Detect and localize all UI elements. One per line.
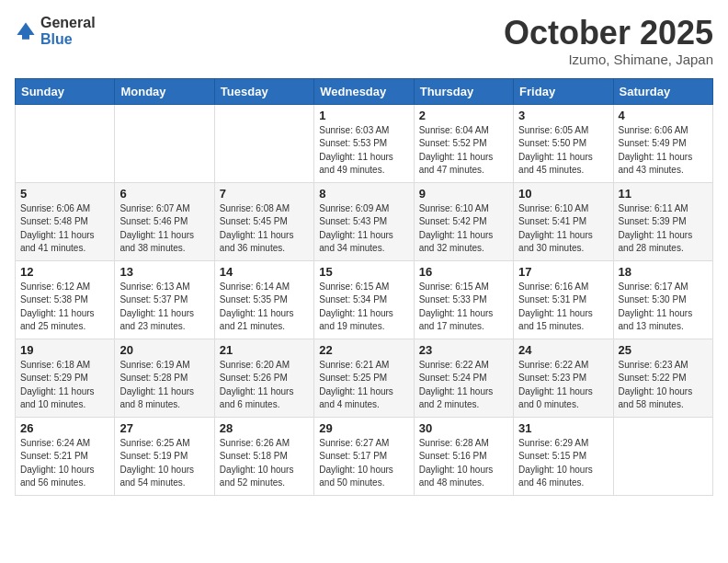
weekday-header-thursday: Thursday <box>414 78 513 104</box>
day-info: Sunrise: 6:11 AM Sunset: 5:39 PM Dayligh… <box>619 202 708 256</box>
day-number: 31 <box>518 421 608 435</box>
day-info: Sunrise: 6:24 AM Sunset: 5:21 PM Dayligh… <box>20 437 109 490</box>
page-header: General Blue October 2025 Izumo, Shimane… <box>15 15 713 67</box>
day-number: 9 <box>419 187 508 201</box>
day-info: Sunrise: 6:28 AM Sunset: 5:16 PM Dayligh… <box>419 437 508 490</box>
day-number: 15 <box>319 265 408 279</box>
day-info: Sunrise: 6:04 AM Sunset: 5:52 PM Dayligh… <box>419 124 508 178</box>
day-number: 16 <box>419 265 508 279</box>
day-number: 25 <box>619 343 708 357</box>
calendar-cell: 29Sunrise: 6:27 AM Sunset: 5:17 PM Dayli… <box>314 417 414 495</box>
day-info: Sunrise: 6:21 AM Sunset: 5:25 PM Dayligh… <box>319 359 408 412</box>
calendar-cell <box>115 104 214 182</box>
calendar-week-row: 12Sunrise: 6:12 AM Sunset: 5:38 PM Dayli… <box>16 260 713 339</box>
calendar-cell: 19Sunrise: 6:18 AM Sunset: 5:29 PM Dayli… <box>16 339 115 417</box>
day-info: Sunrise: 6:03 AM Sunset: 5:53 PM Dayligh… <box>319 124 408 178</box>
day-number: 28 <box>220 421 309 435</box>
calendar-week-row: 26Sunrise: 6:24 AM Sunset: 5:21 PM Dayli… <box>16 417 713 495</box>
calendar-cell <box>613 417 712 495</box>
calendar-cell: 3Sunrise: 6:05 AM Sunset: 5:50 PM Daylig… <box>514 104 613 182</box>
day-info: Sunrise: 6:17 AM Sunset: 5:30 PM Dayligh… <box>619 281 708 334</box>
day-info: Sunrise: 6:10 AM Sunset: 5:42 PM Dayligh… <box>419 202 508 256</box>
day-number: 2 <box>419 109 508 122</box>
day-number: 7 <box>220 187 309 201</box>
month-title: October 2025 <box>504 15 713 52</box>
day-info: Sunrise: 6:09 AM Sunset: 5:43 PM Dayligh… <box>319 202 408 256</box>
calendar-week-row: 5Sunrise: 6:06 AM Sunset: 5:48 PM Daylig… <box>16 182 713 260</box>
weekday-header-saturday: Saturday <box>613 78 712 104</box>
day-number: 22 <box>319 343 408 357</box>
day-info: Sunrise: 6:19 AM Sunset: 5:28 PM Dayligh… <box>119 359 209 412</box>
day-number: 27 <box>119 421 209 435</box>
day-number: 19 <box>20 343 109 357</box>
calendar-cell: 25Sunrise: 6:23 AM Sunset: 5:22 PM Dayli… <box>613 339 712 417</box>
calendar-cell: 28Sunrise: 6:26 AM Sunset: 5:18 PM Dayli… <box>214 417 313 495</box>
day-number: 14 <box>220 265 309 279</box>
day-info: Sunrise: 6:27 AM Sunset: 5:17 PM Dayligh… <box>319 437 408 490</box>
day-info: Sunrise: 6:25 AM Sunset: 5:19 PM Dayligh… <box>119 437 209 490</box>
day-info: Sunrise: 6:22 AM Sunset: 5:23 PM Dayligh… <box>518 359 608 412</box>
day-info: Sunrise: 6:22 AM Sunset: 5:24 PM Dayligh… <box>419 359 508 412</box>
day-number: 17 <box>518 265 608 279</box>
svg-marker-0 <box>17 22 34 35</box>
calendar-cell <box>214 104 313 182</box>
day-info: Sunrise: 6:18 AM Sunset: 5:29 PM Dayligh… <box>20 359 109 412</box>
calendar-cell: 5Sunrise: 6:06 AM Sunset: 5:48 PM Daylig… <box>16 182 115 260</box>
calendar-cell: 16Sunrise: 6:15 AM Sunset: 5:33 PM Dayli… <box>414 260 513 339</box>
calendar-cell: 17Sunrise: 6:16 AM Sunset: 5:31 PM Dayli… <box>514 260 613 339</box>
day-number: 4 <box>619 109 708 122</box>
day-info: Sunrise: 6:26 AM Sunset: 5:18 PM Dayligh… <box>220 437 309 490</box>
calendar-cell: 24Sunrise: 6:22 AM Sunset: 5:23 PM Dayli… <box>514 339 613 417</box>
day-number: 29 <box>319 421 408 435</box>
day-number: 12 <box>20 265 109 279</box>
calendar-cell: 1Sunrise: 6:03 AM Sunset: 5:53 PM Daylig… <box>314 104 414 182</box>
day-number: 10 <box>518 187 608 201</box>
day-number: 5 <box>20 187 109 201</box>
calendar-cell: 27Sunrise: 6:25 AM Sunset: 5:19 PM Dayli… <box>115 417 214 495</box>
calendar-cell: 22Sunrise: 6:21 AM Sunset: 5:25 PM Dayli… <box>314 339 414 417</box>
day-number: 21 <box>220 343 309 357</box>
calendar-cell: 20Sunrise: 6:19 AM Sunset: 5:28 PM Dayli… <box>115 339 214 417</box>
calendar-cell: 11Sunrise: 6:11 AM Sunset: 5:39 PM Dayli… <box>613 182 712 260</box>
svg-rect-1 <box>22 35 29 40</box>
logo-icon <box>15 20 37 42</box>
day-info: Sunrise: 6:10 AM Sunset: 5:41 PM Dayligh… <box>518 202 608 256</box>
day-number: 24 <box>518 343 608 357</box>
day-info: Sunrise: 6:06 AM Sunset: 5:49 PM Dayligh… <box>619 124 708 178</box>
day-info: Sunrise: 6:15 AM Sunset: 5:34 PM Dayligh… <box>319 281 408 334</box>
calendar-cell: 12Sunrise: 6:12 AM Sunset: 5:38 PM Dayli… <box>16 260 115 339</box>
day-info: Sunrise: 6:08 AM Sunset: 5:45 PM Dayligh… <box>220 202 309 256</box>
day-number: 6 <box>119 187 209 201</box>
logo-blue-text: Blue <box>40 31 96 48</box>
day-number: 18 <box>619 265 708 279</box>
day-info: Sunrise: 6:07 AM Sunset: 5:46 PM Dayligh… <box>119 202 209 256</box>
calendar-cell: 23Sunrise: 6:22 AM Sunset: 5:24 PM Dayli… <box>414 339 513 417</box>
day-info: Sunrise: 6:14 AM Sunset: 5:35 PM Dayligh… <box>220 281 309 334</box>
calendar-cell: 31Sunrise: 6:29 AM Sunset: 5:15 PM Dayli… <box>514 417 613 495</box>
logo: General Blue <box>15 15 96 47</box>
calendar-week-row: 19Sunrise: 6:18 AM Sunset: 5:29 PM Dayli… <box>16 339 713 417</box>
day-number: 8 <box>319 187 408 201</box>
day-number: 3 <box>518 109 608 122</box>
calendar-cell: 15Sunrise: 6:15 AM Sunset: 5:34 PM Dayli… <box>314 260 414 339</box>
day-info: Sunrise: 6:20 AM Sunset: 5:26 PM Dayligh… <box>220 359 309 412</box>
calendar-cell: 6Sunrise: 6:07 AM Sunset: 5:46 PM Daylig… <box>115 182 214 260</box>
day-number: 30 <box>419 421 508 435</box>
weekday-header-monday: Monday <box>115 78 214 104</box>
day-info: Sunrise: 6:13 AM Sunset: 5:37 PM Dayligh… <box>119 281 209 334</box>
calendar-cell: 10Sunrise: 6:10 AM Sunset: 5:41 PM Dayli… <box>514 182 613 260</box>
calendar-cell: 30Sunrise: 6:28 AM Sunset: 5:16 PM Dayli… <box>414 417 513 495</box>
calendar-cell: 18Sunrise: 6:17 AM Sunset: 5:30 PM Dayli… <box>613 260 712 339</box>
logo-general-text: General <box>40 15 96 31</box>
calendar-cell: 21Sunrise: 6:20 AM Sunset: 5:26 PM Dayli… <box>214 339 313 417</box>
day-info: Sunrise: 6:15 AM Sunset: 5:33 PM Dayligh… <box>419 281 508 334</box>
day-info: Sunrise: 6:06 AM Sunset: 5:48 PM Dayligh… <box>20 202 109 256</box>
day-number: 20 <box>119 343 209 357</box>
calendar-week-row: 1Sunrise: 6:03 AM Sunset: 5:53 PM Daylig… <box>16 104 713 182</box>
day-info: Sunrise: 6:16 AM Sunset: 5:31 PM Dayligh… <box>518 281 608 334</box>
day-info: Sunrise: 6:29 AM Sunset: 5:15 PM Dayligh… <box>518 437 608 490</box>
calendar-cell: 2Sunrise: 6:04 AM Sunset: 5:52 PM Daylig… <box>414 104 513 182</box>
calendar-cell: 14Sunrise: 6:14 AM Sunset: 5:35 PM Dayli… <box>214 260 313 339</box>
weekday-header-tuesday: Tuesday <box>214 78 313 104</box>
calendar-cell: 26Sunrise: 6:24 AM Sunset: 5:21 PM Dayli… <box>16 417 115 495</box>
